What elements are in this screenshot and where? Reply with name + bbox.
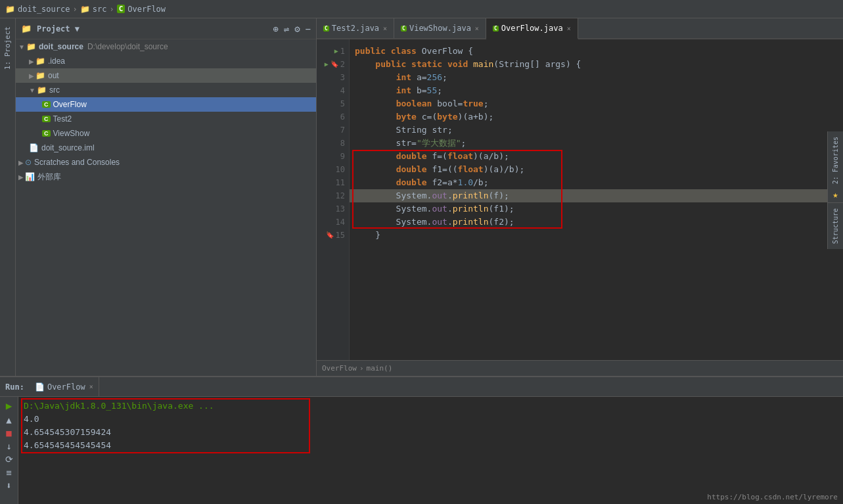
tab-overflow[interactable]: C OverFlow.java × [486,18,578,39]
favorites-star[interactable]: ★ [832,189,838,200]
tab-viewshow[interactable]: C ViewShow.java × [394,18,486,38]
run-tab-close[interactable]: × [89,383,93,390]
overflow-class-icon: C [42,101,51,108]
code-line-8: str="学大数据"; [350,137,843,150]
lib-icon: 📊 [25,172,35,181]
viewshow-label: ViewShow [53,129,90,138]
project-side-tab[interactable]: 1: Project [2,21,13,75]
filter-icon[interactable]: ⇌ [284,24,289,34]
src-label: src [49,85,60,95]
breadcrumb-file: OverFlow [127,5,166,14]
run-play-button[interactable]: ▶ [6,400,12,412]
breadcrumb-sep1: › [72,5,77,14]
folder-icon: 📁 [5,5,15,14]
sync-icon[interactable]: ⊕ [273,24,278,34]
settings-icon[interactable]: ⚙ [294,24,300,34]
iml-icon: 📄 [29,143,39,152]
project-tree: ▼ 📁 doit_source D:\develop\doit_source ▶… [16,39,316,376]
tab-test2-close[interactable]: × [383,25,387,32]
breadcrumb-project: doit_source [18,5,70,14]
output-line-2: 4.654545307159424 [24,426,838,439]
viewshow-class-icon: C [42,130,51,137]
scratches-icon: ⊙ [25,158,32,167]
tree-root[interactable]: ▼ 📁 doit_source D:\develop\doit_source [16,39,316,54]
code-line-9: double f=(float)(a/b); [350,150,843,163]
out-folder-icon: 📁 [35,71,45,80]
favorites-tab[interactable]: 2: Favorites [831,134,840,187]
output-line-1: 4.0 [24,413,838,426]
run-tab-bar: Run: 📄 OverFlow × [0,377,843,397]
root-label: doit_source [39,42,83,51]
run-scroll-end[interactable]: ⬇ [6,480,11,491]
run-label: Run: [5,382,24,392]
root-path: D:\develop\doit_source [87,42,168,51]
code-line-4: int b=55; [350,84,843,97]
tab-overflow-icon: C [493,26,499,32]
breadcrumb-sep2: › [109,5,114,14]
code-line-14: System.out.println(f2); [350,216,843,229]
structure-tab[interactable]: Structure [831,206,840,246]
tree-scratches[interactable]: ▶ ⊙ Scratches and Consoles [16,155,316,170]
tree-extlib[interactable]: ▶ 📊 外部库 [16,170,316,184]
tree-out[interactable]: ▶ 📁 out [16,68,316,83]
tab-viewshow-label: ViewShow.java [409,24,471,33]
favorites-divider [828,202,843,203]
tab-test2-icon: C [323,26,329,32]
project-toolbar: 📁 Project ▼ ⊕ ⇌ ⚙ − [16,18,316,39]
out-label: out [48,71,59,80]
code-line-1: public class OverFlow { [350,45,843,58]
src-folder-icon: 📁 [37,85,47,95]
output-line-0: D:\Java\jdk1.8.0_131\bin\java.exe ... [24,400,838,413]
tab-overflow-close[interactable]: × [567,25,571,32]
scratches-label: Scratches and Consoles [34,158,120,167]
tab-overflow-label: OverFlow.java [501,24,563,33]
test2-label: Test2 [53,114,72,124]
root-folder-icon: 📁 [26,42,36,51]
run-scroll-down[interactable]: ↓ [6,441,11,451]
code-content: public class OverFlow { public static vo… [350,39,843,360]
test2-class-icon: C [42,116,51,122]
tree-iml[interactable]: 📄 doit_source.iml [16,141,316,155]
run-wrap-button[interactable]: ≡ [6,467,11,478]
run-stop-button[interactable]: ▲ [6,415,11,425]
breadcrumb-bar: 📁 doit_source › 📁 src › C OverFlow [0,0,843,18]
tree-overflow[interactable]: C OverFlow [16,97,316,112]
project-title: Project ▼ [37,24,80,34]
output-line-3: 4.654545454545454 [24,439,838,452]
run-tab-overflow[interactable]: 📄 OverFlow × [30,377,99,396]
run-tab-label: OverFlow [47,382,85,392]
folder-src-icon: 📁 [80,5,90,14]
breadcrumb-sep: › [359,364,364,373]
idea-label: .idea [48,57,65,66]
tree-viewshow[interactable]: C ViewShow [16,126,316,141]
bottom-link: https://blog.csdn.net/lyremore [707,493,838,501]
tab-viewshow-close[interactable]: × [475,25,479,32]
code-line-11: double f2=a*1.0/b; [350,176,843,189]
tab-test2-label: Test2.java [332,24,379,33]
line-numbers: ▶1 ▶🔖2 3 4 5 6 7 8 9 10 11 12 13 14 🔖15 [317,39,350,360]
run-stop2-button[interactable]: ■ [6,428,11,438]
tree-test2[interactable]: C Test2 [16,112,316,126]
run-rerun-button[interactable]: ⟳ [5,454,13,465]
code-line-15: } [350,229,843,242]
code-line-13: System.out.println(f1); [350,202,843,216]
code-line-2: public static void main(String[] args) { [350,58,843,71]
run-content: ▶ ▲ ■ ↓ ⟳ ≡ ⬇ D:\Java\jdk1.8.0_131\bin\j… [0,397,843,504]
run-tab-icon: 📄 [35,382,45,392]
code-line-6: byte c=(byte)(a+b); [350,110,843,124]
breadcrumb-src: src [93,5,107,14]
minimize-icon[interactable]: − [306,24,311,34]
code-line-7: String str; [350,124,843,137]
tree-src[interactable]: ▼ 📁 src [16,83,316,97]
bottom-panel: Run: 📄 OverFlow × ▶ ▲ ■ ↓ ⟳ ≡ ⬇ [0,376,843,504]
tree-idea[interactable]: ▶ 📁 .idea [16,54,316,68]
run-sidebar: ▶ ▲ ■ ↓ ⟳ ≡ ⬇ [0,397,18,504]
tab-viewshow-icon: C [401,26,407,32]
editor-breadcrumb: OverFlow › main() [317,360,843,376]
code-editor: ▶1 ▶🔖2 3 4 5 6 7 8 9 10 11 12 13 14 🔖15 [317,39,843,360]
tab-test2[interactable]: C Test2.java × [317,18,394,38]
favorites-strip: 2: Favorites ★ Structure [827,131,843,249]
class-c-icon: C [117,5,125,13]
idea-folder-icon: 📁 [35,57,45,66]
project-folder-icon: 📁 [21,24,32,34]
